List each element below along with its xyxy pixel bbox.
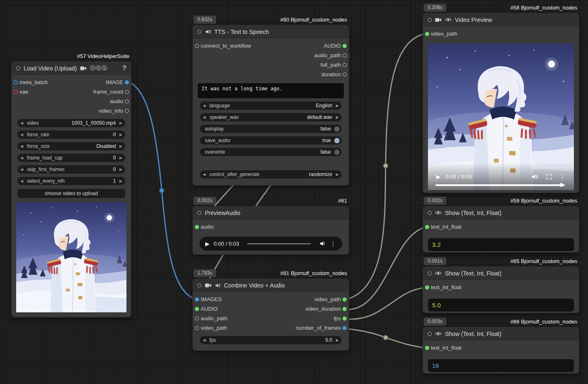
collapse-dot[interactable] <box>428 18 432 22</box>
input-slot-vae[interactable] <box>14 90 18 94</box>
arrow-left-icon[interactable]: ◀ <box>20 156 23 160</box>
volume-icon[interactable] <box>531 173 538 180</box>
collapse-dot[interactable] <box>197 283 202 287</box>
node-header[interactable]: Show (Text, Int, Float) <box>423 327 579 341</box>
widget-save-audio-toggle[interactable]: save_audio true <box>200 136 342 145</box>
node-header[interactable]: TTS - Text to Speech <box>193 25 349 39</box>
input-slot-meta-batch[interactable] <box>14 80 18 85</box>
widget-video[interactable]: ◀ video 1003_1_00050.mp4 ▶ <box>17 119 125 127</box>
output-slot-audio-path[interactable] <box>343 53 347 58</box>
widget-force-size[interactable]: ◀ force_size Disabled ▶ <box>17 142 125 150</box>
output-slot-audio[interactable] <box>343 44 347 48</box>
seek-knob[interactable] <box>559 183 563 187</box>
collapse-dot[interactable] <box>428 332 432 336</box>
arrow-left-icon[interactable]: ◀ <box>20 168 23 171</box>
arrow-right-icon[interactable]: ▶ <box>119 168 122 171</box>
widget-language[interactable]: ◀ language English ▶ <box>200 101 342 110</box>
output-slot-duration[interactable] <box>343 72 347 77</box>
node-show-66[interactable]: 0.003s #66 Bjornulf_custom_nodes Show (T… <box>423 327 579 374</box>
node-header[interactable]: Video Preview <box>423 13 579 27</box>
output-slot-audio[interactable] <box>125 99 129 104</box>
reroute-dot[interactable] <box>384 164 388 168</box>
node-combine-video-audio[interactable]: 1.783s #81 Bjornulf_custom_nodes Combine… <box>192 278 349 351</box>
output-slot-number-of-frames[interactable] <box>343 326 347 330</box>
arrow-right-icon[interactable]: ▶ <box>336 338 339 342</box>
arrow-left-icon[interactable]: ◀ <box>20 121 23 125</box>
node-tts[interactable]: 0.632s #60 Bjornulf_custom_nodes TTS - T… <box>192 25 349 186</box>
input-slot-audio[interactable] <box>195 225 199 229</box>
output-slot-video-info[interactable] <box>125 109 129 113</box>
play-icon[interactable]: ▶ <box>205 241 209 247</box>
toggle-knob[interactable] <box>334 150 340 155</box>
arrow-left-icon[interactable]: ◀ <box>20 145 23 148</box>
arrow-right-icon[interactable]: ▶ <box>336 116 339 119</box>
collapse-dot[interactable] <box>428 271 432 275</box>
widget-select-every-nth[interactable]: ◀ select_every_nth 1 ▶ <box>17 177 125 185</box>
arrow-left-icon[interactable]: ◀ <box>20 179 23 183</box>
toggle-knob[interactable] <box>334 126 340 132</box>
arrow-right-icon[interactable]: ▶ <box>119 156 122 160</box>
node-load-video[interactable]: #57 VideoHelperSuite Load Video (Upload)… <box>11 61 131 317</box>
collapse-dot[interactable] <box>428 211 432 215</box>
collapse-dot[interactable] <box>16 66 20 70</box>
kebab-menu-icon[interactable]: ⋮ <box>559 174 566 180</box>
node-header[interactable]: PreviewAudio <box>193 206 349 220</box>
input-slot-text-int-float[interactable] <box>425 346 429 350</box>
output-slot-image[interactable] <box>125 80 129 85</box>
arrow-left-icon[interactable]: ◀ <box>20 133 23 137</box>
choose-video-button[interactable]: choose video to upload <box>17 189 125 198</box>
output-slot-full-path[interactable] <box>343 63 347 67</box>
node-header[interactable]: Show (Text, Int, Float) <box>423 206 579 220</box>
seek-bar[interactable] <box>435 184 565 186</box>
input-slot-text-int-float[interactable] <box>425 225 429 229</box>
arrow-right-icon[interactable]: ▶ <box>336 104 339 108</box>
toggle-knob[interactable] <box>334 138 340 143</box>
widget-speaker-wav[interactable]: ◀ speaker_wav default.wav ▶ <box>200 113 342 121</box>
arrow-right-icon[interactable]: ▶ <box>336 173 339 176</box>
arrow-right-icon[interactable]: ▶ <box>119 133 122 137</box>
node-show-59[interactable]: 0.002s #59 Bjornulf_custom_nodes Show (T… <box>423 206 579 253</box>
output-slot-frame-count[interactable] <box>125 90 129 94</box>
output-slot-video-path[interactable] <box>343 297 347 302</box>
video-player[interactable]: ▶ 0:03 / 0:03 ⋮ <box>428 43 574 190</box>
node-graph-canvas[interactable]: #57 VideoHelperSuite Load Video (Upload)… <box>0 0 588 384</box>
node-header[interactable]: Combine Video + Audio <box>193 279 349 292</box>
widget-skip-first-frames[interactable]: ◀ skip_first_frames 0 ▶ <box>17 165 125 174</box>
volume-icon[interactable] <box>319 240 326 247</box>
widget-control-after-generate[interactable]: ◀ control_after_generate randomize ▶ <box>200 170 342 179</box>
kebab-menu-icon[interactable]: ⋮ <box>330 241 336 247</box>
node-show-65[interactable]: 0.001s #65 Bjornulf_custom_nodes Show (T… <box>423 266 579 313</box>
input-slot-images[interactable] <box>195 297 199 302</box>
node-video-preview[interactable]: 0.206s #58 Bjornulf_custom_nodes Video P… <box>423 13 579 193</box>
widget-force-rate[interactable]: ◀ force_rate 0 ▶ <box>17 130 125 139</box>
input-slot-audio-path[interactable] <box>195 316 199 321</box>
tts-text-input[interactable]: It was not a long time ago. <box>198 83 344 98</box>
widget-overwrite-toggle[interactable]: overwrite false <box>200 148 342 156</box>
output-slot-video-duration[interactable] <box>343 307 347 311</box>
arrow-left-icon[interactable]: ◀ <box>203 116 206 119</box>
play-icon[interactable]: ▶ <box>436 174 440 180</box>
seek-bar[interactable] <box>247 243 311 244</box>
node-header[interactable]: Show (Text, Int, Float) <box>423 267 579 280</box>
arrow-right-icon[interactable]: ▶ <box>119 179 122 183</box>
input-slot-audio[interactable] <box>195 307 199 311</box>
reroute-dot[interactable] <box>384 336 388 340</box>
input-slot-text-int-float[interactable] <box>425 285 429 290</box>
input-slot-video-path[interactable] <box>195 326 199 330</box>
arrow-left-icon[interactable]: ◀ <box>203 104 206 108</box>
fullscreen-icon[interactable] <box>546 174 552 180</box>
help-button[interactable]: ? <box>122 64 126 72</box>
node-preview-audio[interactable]: 0.002s #61 PreviewAudio audio ▶ 0:00 / 0… <box>192 206 349 255</box>
arrow-right-icon[interactable]: ▶ <box>119 121 122 125</box>
node-header[interactable]: Load Video (Upload) ⓋⒽⓈ ? <box>12 62 131 75</box>
widget-fps[interactable]: ◀ fps 5.0 ▶ <box>200 336 342 344</box>
arrow-right-icon[interactable]: ▶ <box>119 145 122 148</box>
input-slot-video-path[interactable] <box>425 32 429 36</box>
reroute-dot[interactable] <box>160 188 164 193</box>
collapse-dot[interactable] <box>197 211 202 215</box>
input-slot-connect-to-workflow[interactable] <box>195 44 199 48</box>
arrow-left-icon[interactable]: ◀ <box>203 173 206 176</box>
output-slot-fps[interactable] <box>343 316 347 321</box>
arrow-left-icon[interactable]: ◀ <box>203 338 206 342</box>
widget-autoplay-toggle[interactable]: autoplay false <box>200 125 342 133</box>
